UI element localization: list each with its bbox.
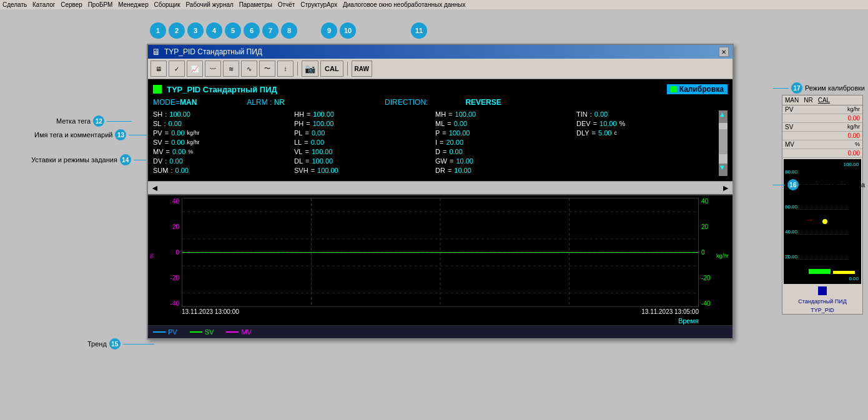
annotation-17-text: Режим калибровки (805, 84, 865, 92)
window-close-button[interactable]: ✕ (719, 47, 729, 57)
val-mh: 100.00 (455, 110, 476, 118)
toolbar-check-btn[interactable]: ✓ (169, 61, 185, 77)
sep-i: = (440, 139, 443, 146)
y-right-m40: -40 (701, 300, 710, 307)
tag-name-header: TYP_PID Стандартный ПИД (167, 85, 277, 94)
y-right-20: 20 (701, 223, 708, 230)
nav-left-arrow[interactable]: ◄ (150, 183, 159, 193)
toolbar-btn-2[interactable]: 2 (169, 22, 185, 39)
toolbar-btn-9[interactable]: 9 (321, 22, 337, 39)
toolbar-wave1-btn[interactable]: 〰 (205, 61, 221, 77)
toolbar-trend-btn[interactable]: 📈 (187, 61, 203, 77)
val-pl: 0.00 (312, 129, 325, 137)
sep-pl: = (305, 129, 308, 137)
toolbar-wave2-btn[interactable]: ≋ (223, 61, 239, 77)
data-scrollbar[interactable]: ▲ ▼ (719, 110, 727, 176)
toolbar-raw-btn[interactable]: RAW (352, 61, 372, 77)
menu-item-9[interactable]: Отчёт (278, 1, 295, 8)
menu-item-10[interactable]: СтруктурАрх (300, 1, 337, 8)
trend-y-right: 40 20 0 -20 -40 kg/hr (699, 198, 730, 307)
label-mv: MV (153, 148, 164, 155)
annotation-16-text: Рабочее окно блока (801, 181, 865, 188)
label-pl: PL (294, 129, 302, 137)
toolbar-wave4-btn[interactable]: 〜 (259, 61, 275, 77)
data-rows-area: SH : 100.00 HH = 100.00 MH = 100.00 (153, 110, 727, 176)
toolbar-btn-4[interactable]: 4 (206, 22, 222, 39)
sep-hh: = (307, 110, 310, 118)
menu-item-5[interactable]: Менеджер (118, 1, 149, 8)
annotation-15-line (123, 344, 154, 344)
rp-tab-cal[interactable]: CAL (818, 97, 830, 104)
scroll-thumb[interactable] (719, 129, 727, 154)
rp-tab-nr[interactable]: NR (804, 97, 812, 104)
menu-item-11[interactable]: Диалоговое окно необработанных данных (343, 1, 466, 8)
data-panel: TYP_PID Стандартный ПИД Калибровка MODE=… (148, 79, 732, 181)
scroll-up-arrow[interactable]: ▲ (719, 110, 727, 123)
y-left-0: 0 (175, 249, 179, 256)
menu-item-1[interactable]: Сделать (2, 1, 27, 8)
val-p: 100.00 (449, 129, 470, 137)
rp-scale-20: 20.00 (785, 254, 797, 260)
annotation-12-text: Метка тега (56, 117, 91, 125)
val-hh: 100.00 (313, 110, 334, 118)
toolbar-cal-btn[interactable]: CAL (320, 61, 343, 77)
menu-item-2[interactable]: Каталог (32, 1, 55, 8)
label-sh: SH (153, 110, 162, 118)
rp-bar-chart: 100.00 0.00 80.00 60.00 40.00 20.00 → (784, 159, 861, 284)
toolbar-btn-11[interactable]: 11 (411, 22, 427, 39)
toolbar-btn-7[interactable]: 7 (262, 22, 279, 39)
legend-sv[interactable]: SV (190, 328, 214, 336)
val-dr: 10.00 (454, 167, 471, 174)
toolbar-wave5-btn[interactable]: ↕ (277, 61, 293, 77)
label-pv: PV (153, 129, 162, 137)
menu-item-6[interactable]: Сборщик (154, 1, 180, 8)
nav-right-arrow[interactable]: ► (721, 183, 730, 193)
rp-pv-unit: kg/hr (847, 106, 860, 113)
toolbar-btn-3[interactable]: 3 (187, 22, 204, 39)
sep-ml: = (447, 120, 451, 127)
right-panel-tabs: MAN NR CAL (782, 95, 862, 105)
legend-pv[interactable]: PV (153, 328, 177, 336)
toolbar-btn-6[interactable]: 6 (244, 22, 260, 39)
toolbar-btn-10[interactable]: 10 (340, 22, 356, 39)
toolbar-monitor-btn[interactable]: 🖥 (150, 61, 167, 77)
menu-item-4[interactable]: ПроБРМ (88, 1, 113, 8)
annotation-16-line (772, 185, 785, 185)
legend-mv[interactable]: MV (226, 328, 252, 336)
mode-value: MAN (180, 98, 197, 107)
toolbar-btn-5[interactable]: 5 (225, 22, 241, 39)
cal-indicator: Калибровка (667, 84, 727, 94)
label-sv: SV (153, 139, 162, 146)
val-sv: 0.00 (171, 139, 184, 146)
rp-block-label: Стандартный ПИД (798, 298, 847, 305)
scroll-down-arrow[interactable]: ▼ (719, 164, 727, 176)
rp-scale-40: 40.00 (785, 229, 797, 235)
alrm-value: NR (274, 98, 285, 107)
toolbar-wave3-btn[interactable]: ∿ (241, 61, 257, 77)
rp-sv-val: 0.00 (848, 132, 860, 139)
val-svh: 100.00 (317, 167, 338, 174)
annotation-15-circle: 15 (109, 338, 121, 349)
annotation-12-circle: 12 (93, 115, 104, 127)
nav-arrows: ◄ ► (148, 181, 732, 194)
menu-item-3[interactable]: Сервер (61, 1, 82, 8)
trend-time2: 13.11.2023 13:05:00 (641, 308, 699, 315)
label-gw: GW (435, 157, 447, 165)
toolbar-camera-btn[interactable]: 📷 (302, 61, 318, 77)
rp-scale-60: 60.00 (785, 204, 797, 210)
alrm-label: ALRM : (247, 98, 272, 107)
rp-tag-label: TYP_PID (811, 307, 834, 313)
menu-item-8[interactable]: Параметры (239, 1, 272, 8)
legend-pv-color (153, 331, 165, 333)
menu-item-7[interactable]: Рабочий журнал (186, 1, 234, 8)
toolbar-btn-1[interactable]: 1 (150, 22, 166, 39)
y-left-m40: -40 (170, 300, 179, 307)
label-d: D (435, 148, 440, 155)
annotation-13: Имя тега и комментарий 13 (34, 129, 147, 140)
annotation-14-circle: 14 (120, 154, 131, 165)
toolbar-btn-8[interactable]: 8 (281, 22, 297, 39)
unit-dev: % (619, 120, 626, 127)
cal-text: Калибровка (679, 85, 724, 94)
rp-tab-man[interactable]: MAN (785, 97, 799, 104)
data-row-5: DV : 0.00 DL = 100.00 GW = 10.00 (153, 157, 718, 165)
